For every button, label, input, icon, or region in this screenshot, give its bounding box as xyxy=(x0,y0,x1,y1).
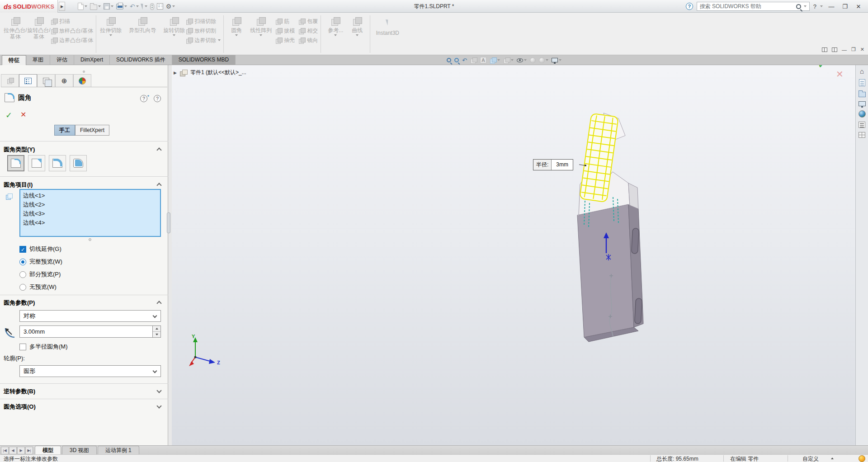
search-input[interactable]: 搜索 SOLIDWORKS 帮助 xyxy=(697,2,810,11)
no-preview-option[interactable]: 无预览(W) xyxy=(19,283,57,291)
undo-button[interactable]: ↶ xyxy=(130,3,139,9)
caret-down-icon[interactable] xyxy=(111,5,113,7)
multi-radius-option[interactable]: 多半径圆角(M) xyxy=(19,343,68,351)
tab-dimxpert[interactable]: DimXpert xyxy=(74,55,110,65)
ribbon-extruded-cut-button[interactable]: 拉伸切除 xyxy=(99,14,123,36)
tab-sketch[interactable]: 草图 xyxy=(26,55,50,65)
ribbon-sweep-button[interactable]: 扫描 xyxy=(51,17,93,25)
doc-close-button[interactable]: ✕ xyxy=(860,47,864,52)
confirmation-cancel-icon[interactable]: ✕ xyxy=(836,69,844,80)
ribbon-rib-button[interactable]: 筋 xyxy=(275,17,295,25)
zoom-fit-button[interactable] xyxy=(447,58,451,62)
caret-down-icon[interactable] xyxy=(546,59,548,61)
display-style-button[interactable] xyxy=(503,57,514,64)
profile-dropdown[interactable]: 圆形 xyxy=(19,365,161,377)
ribbon-boundary-boss-button[interactable]: 边界凸台/基体 xyxy=(51,36,93,44)
tab-solidworks-mbd[interactable]: SOLIDWORKS MBD xyxy=(172,55,236,65)
ok-button[interactable]: ✓ xyxy=(5,110,12,120)
caret-down-icon[interactable] xyxy=(524,59,527,61)
ribbon-curves-button[interactable]: 曲线 xyxy=(347,14,367,36)
doc-minimize-button[interactable]: — xyxy=(842,47,847,52)
help-icon[interactable]: ? xyxy=(154,95,161,102)
display-manager-tab[interactable] xyxy=(73,74,91,87)
edge-list-item[interactable]: 边线<4> xyxy=(23,218,157,227)
ribbon-instant3d-button[interactable]: Instant3D xyxy=(373,14,402,36)
ribbon-boundary-cut-button[interactable]: 边界切除 xyxy=(186,36,221,44)
split-window-icon[interactable] xyxy=(832,47,837,52)
ribbon-revolved-cut-button[interactable]: 旋转切除 xyxy=(162,14,186,36)
last-tab-button[interactable]: ▶| xyxy=(25,447,33,454)
collapse-down-icon[interactable] xyxy=(156,403,161,408)
ribbon-intersect-button[interactable]: 相交 xyxy=(298,27,318,35)
tab-solidworks-addins[interactable]: SOLIDWORKS 插件 xyxy=(110,55,172,65)
file-properties-button[interactable] xyxy=(157,3,163,9)
fillet-parameters-header[interactable]: 圆角参数(P) xyxy=(4,299,35,307)
ribbon-mirror-button[interactable]: 镜向 xyxy=(298,36,318,44)
feature-manager-tab[interactable] xyxy=(1,74,19,87)
caret-down-icon[interactable] xyxy=(497,59,500,61)
search-icon[interactable] xyxy=(796,4,801,9)
full-round-fillet-button[interactable] xyxy=(70,155,87,171)
edit-appearance-button[interactable] xyxy=(530,57,536,63)
home-icon[interactable]: ⌂ xyxy=(860,68,864,75)
full-preview-option[interactable]: 完整预览(W) xyxy=(19,258,62,266)
caret-down-icon[interactable] xyxy=(136,5,139,7)
caret-down-icon[interactable] xyxy=(124,5,127,7)
variable-size-fillet-button[interactable] xyxy=(28,155,45,171)
caret-down-icon[interactable] xyxy=(85,5,87,7)
prev-tab-button[interactable]: ◀ xyxy=(9,447,17,454)
collapse-down-icon[interactable] xyxy=(156,388,161,393)
symmetry-dropdown[interactable]: 对称 xyxy=(19,310,161,322)
filletxpert-mode-button[interactable]: FilletXpert xyxy=(75,125,109,136)
doc-restore-button[interactable]: ❐ xyxy=(851,47,856,52)
custom-properties-icon[interactable] xyxy=(859,122,865,128)
ribbon-loft-button[interactable]: 放样凸台/基体 xyxy=(51,27,93,35)
dimxpert-manager-tab[interactable]: ⊕ xyxy=(55,74,73,87)
caret-down-icon[interactable] xyxy=(356,34,359,36)
tile-windows-icon[interactable] xyxy=(822,47,827,52)
ribbon-fillet-button[interactable]: 圆角 xyxy=(226,14,246,36)
ribbon-swept-cut-button[interactable]: 扫描切除 xyxy=(186,17,221,25)
caret-down-icon[interactable] xyxy=(173,34,175,36)
rebuild-button[interactable] xyxy=(150,3,154,10)
face-fillet-button[interactable] xyxy=(49,155,66,171)
hide-show-items-button[interactable] xyxy=(517,58,527,62)
restore-button[interactable]: ❐ xyxy=(840,3,850,10)
appearances-scenes-icon[interactable] xyxy=(859,110,866,118)
help-menu-button[interactable]: ? xyxy=(813,3,816,10)
ribbon-revolved-boss-button[interactable]: 旋转凸台/基体 xyxy=(27,14,51,40)
caret-down-icon[interactable] xyxy=(235,34,238,36)
spin-down-button[interactable] xyxy=(153,332,160,337)
close-button[interactable]: ✕ xyxy=(854,3,863,10)
edge-list-item[interactable]: 边线<2> xyxy=(23,200,157,209)
items-to-fillet-header[interactable]: 圆角项目(I) xyxy=(4,181,33,189)
apply-scene-button[interactable] xyxy=(539,57,548,63)
tab-evaluate[interactable]: 评估 xyxy=(50,55,74,65)
edge-list-item[interactable]: 边线<1> xyxy=(23,191,157,200)
ribbon-wrap-button[interactable]: 包覆 xyxy=(298,17,318,25)
first-tab-button[interactable]: |◀ xyxy=(1,447,9,454)
caret-down-icon[interactable] xyxy=(172,5,175,7)
annotation-views-button[interactable]: A xyxy=(480,57,486,63)
caret-down-icon[interactable] xyxy=(334,34,337,36)
select-button[interactable] xyxy=(142,3,147,9)
zoom-area-button[interactable] xyxy=(454,58,459,62)
list-resize-dot[interactable] xyxy=(89,238,91,241)
next-tab-button[interactable]: ▶ xyxy=(17,447,25,454)
edge-selection-list[interactable]: 边线<1> 边线<2> 边线<3> 边线<4> xyxy=(19,189,161,237)
caret-up-icon[interactable] xyxy=(831,457,834,459)
panel-resize-dot[interactable] xyxy=(83,71,85,73)
part-3d-model[interactable]: Y Z xyxy=(172,65,855,445)
previous-view-button[interactable]: ↶ xyxy=(462,57,467,63)
ribbon-shell-button[interactable]: 抽壳 xyxy=(275,36,295,44)
file-explorer-icon[interactable] xyxy=(859,101,866,106)
open-file-button[interactable] xyxy=(90,3,101,10)
ribbon-lofted-cut-button[interactable]: 放样切割 xyxy=(186,27,221,35)
collapse-up-icon[interactable] xyxy=(156,147,161,152)
collapse-up-icon[interactable] xyxy=(156,183,161,188)
options-button[interactable]: ⚙ xyxy=(166,3,175,9)
design-library-icon[interactable] xyxy=(859,92,866,97)
minimize-button[interactable]: — xyxy=(826,3,836,10)
motion-study-tab[interactable]: 运动算例 1 xyxy=(98,446,139,454)
checkbox-icon[interactable] xyxy=(19,344,26,350)
